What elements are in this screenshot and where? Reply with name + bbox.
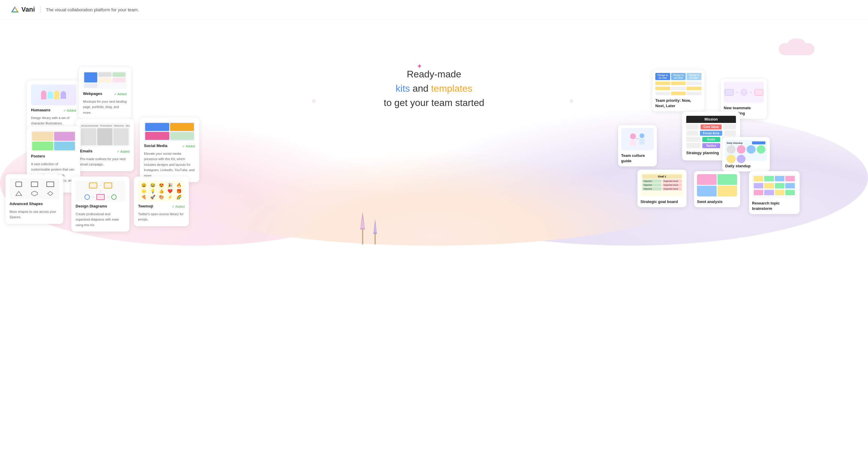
diagrams-title: Design Diagrams bbox=[75, 204, 107, 208]
shape-rect2 bbox=[31, 181, 38, 187]
svg-marker-4 bbox=[48, 191, 53, 196]
svg-rect-9 bbox=[362, 229, 363, 245]
pb2 bbox=[54, 132, 75, 141]
wp-b6 bbox=[84, 83, 97, 88]
note-7 bbox=[775, 183, 784, 189]
posters-header: Posters bbox=[31, 154, 76, 160]
shape-rect3 bbox=[46, 181, 54, 187]
card-social-media[interactable]: Social Media ✓ Added Elevate your social… bbox=[140, 118, 199, 182]
diagrams-thumb: → → → → bbox=[75, 181, 125, 201]
pc-3 bbox=[686, 82, 702, 85]
heading-line3: to get your team started bbox=[384, 97, 484, 108]
bg-blob-peach bbox=[174, 144, 694, 246]
card-emails[interactable]: Announcements Promotions Welcome Newslet… bbox=[76, 119, 134, 171]
wp-b2 bbox=[98, 72, 111, 77]
str-line4 bbox=[724, 131, 736, 136]
swot-weaknesses bbox=[717, 174, 737, 185]
card-strategic-goal[interactable]: Goal 1 Objective Expected result Objecti… bbox=[638, 170, 686, 207]
note-3 bbox=[775, 176, 784, 181]
strategy-mission-bar: Mission bbox=[686, 116, 736, 123]
svg-marker-3 bbox=[32, 191, 37, 196]
card-brainstorm[interactable]: Research topic brainstorm bbox=[749, 171, 800, 214]
standup-date bbox=[752, 141, 765, 144]
emails-badge: ✓ Added bbox=[117, 150, 130, 153]
badge-core-value: Core Value bbox=[701, 124, 722, 130]
card-advanced-shapes[interactable]: Advanced Shapes More shapes to use acros… bbox=[5, 174, 63, 224]
goal-row-3: Objective Expected result bbox=[642, 187, 682, 191]
card-team-priority[interactable]: Things to do now Things to do next Thing… bbox=[652, 70, 704, 111]
tree-short bbox=[373, 219, 377, 246]
emails-header: Emails ✓ Added bbox=[80, 149, 130, 154]
pb3 bbox=[32, 142, 53, 151]
svg-rect-12 bbox=[374, 234, 376, 245]
swot-opportunities bbox=[697, 186, 717, 196]
pc-6 bbox=[686, 87, 702, 90]
diagrams-desc: Create professional and organized diagra… bbox=[75, 212, 119, 227]
diagrams-header: Design Diagrams bbox=[75, 204, 125, 209]
twemoji-title: Twemoji bbox=[138, 204, 153, 208]
logo[interactable]: Vani bbox=[11, 5, 35, 14]
note-11 bbox=[775, 190, 784, 195]
brainstorm-title: Research topic brainstorm bbox=[752, 201, 780, 211]
swot-strengths bbox=[697, 174, 717, 185]
goal-title-bar: Goal 1 bbox=[642, 174, 682, 179]
social-thumb bbox=[144, 122, 195, 141]
sg-a2 bbox=[737, 145, 746, 153]
posters-thumb bbox=[31, 131, 76, 151]
str-line7 bbox=[686, 143, 701, 148]
culture-title: Team culture guide bbox=[621, 153, 645, 163]
culture-thumb bbox=[621, 128, 654, 150]
tree-tall bbox=[360, 211, 365, 246]
sg-a6 bbox=[737, 155, 746, 163]
dot-decoration-1 bbox=[312, 100, 315, 103]
humaans-desc: Design library with a set of character i… bbox=[31, 116, 69, 125]
card-standup[interactable]: Daily Standup Daily standup bbox=[722, 137, 770, 171]
card-webpages[interactable]: Webpages ✓ Added Mockups for your next l… bbox=[79, 67, 131, 119]
emails-tabs: Announcements Promotions Welcome Newslet… bbox=[80, 123, 130, 127]
header-tagline: The visual collaboration platform for yo… bbox=[46, 7, 139, 12]
posters-title: Posters bbox=[31, 154, 45, 158]
humaans-header: Humaaans ✓ Added bbox=[31, 108, 76, 113]
heading-line1: Ready-made bbox=[407, 69, 461, 80]
social-desc: Elevate your social media presence with … bbox=[144, 152, 194, 177]
note-6 bbox=[764, 183, 774, 189]
fig1 bbox=[41, 90, 46, 99]
wp-b5 bbox=[113, 78, 126, 82]
sm-b3 bbox=[145, 132, 169, 140]
card-culture[interactable]: Team culture guide bbox=[618, 125, 657, 166]
goal-exp-1: Expected result bbox=[662, 179, 682, 183]
shape-diamond bbox=[47, 191, 54, 196]
webpages-thumb bbox=[83, 71, 127, 89]
badge-tactics: Tactics bbox=[702, 143, 720, 148]
flow-box-1 bbox=[89, 182, 97, 189]
card-humaans[interactable]: Humaaans ✓ Added Design library with a s… bbox=[27, 80, 80, 130]
ob-box1 bbox=[724, 89, 734, 95]
card-swot[interactable]: Swot analysis bbox=[694, 171, 740, 207]
ec1 bbox=[81, 128, 96, 145]
brainstorm-thumb bbox=[752, 174, 797, 198]
pc-8 bbox=[671, 92, 686, 95]
priority-grid: Things to do now Things to do next Thing… bbox=[655, 73, 702, 95]
card-design-diagrams[interactable]: → → → → Design Diagrams Create professio… bbox=[71, 176, 129, 232]
sg-a1 bbox=[727, 145, 736, 153]
ph-later: Things to do later bbox=[686, 73, 702, 80]
emails-cols bbox=[80, 127, 130, 146]
sg-a4 bbox=[757, 145, 766, 153]
svg-rect-8 bbox=[639, 139, 645, 145]
advanced-thumb bbox=[9, 178, 59, 199]
emails-desc: Pre-made outlines for your next email ca… bbox=[80, 157, 126, 166]
fig2 bbox=[48, 91, 53, 98]
twemoji-badge: ✓ Added bbox=[172, 205, 185, 209]
advanced-header: Advanced Shapes bbox=[9, 201, 59, 207]
webpages-desc: Mockups for your next landing page, port… bbox=[83, 100, 127, 114]
standup-grid bbox=[725, 145, 767, 164]
standup-thumb: Daily Standup bbox=[725, 140, 767, 161]
main-content: ✦ Ready-made kits and templates to get y… bbox=[0, 19, 868, 246]
logo-text: Vani bbox=[22, 6, 35, 13]
shape-hexagon bbox=[31, 191, 38, 196]
ob-box2 bbox=[754, 89, 763, 95]
badge-goals: Goals bbox=[702, 137, 720, 142]
ph-now: Things to do now bbox=[655, 73, 670, 80]
card-twemoji[interactable]: 😀 😂 😍 🎉 🔥 🌟 💡 👍 ❤️ 🎁 🍕 🚀 🎨 ⚡ 🌈 Twemoji ✓… bbox=[134, 176, 189, 226]
flow-arrow-down: → bbox=[99, 190, 102, 193]
